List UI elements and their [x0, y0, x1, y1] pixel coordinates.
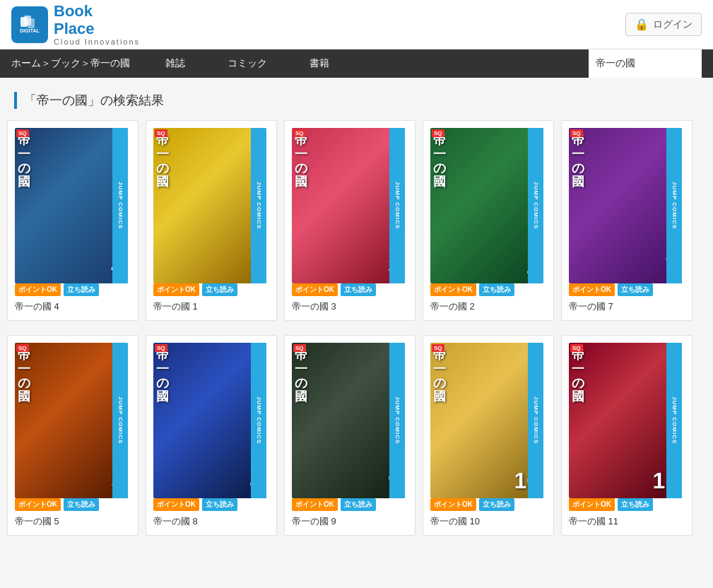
book-title[interactable]: 帝一の國 1 [153, 300, 198, 313]
navbar: ホーム＞ブック＞帝一の國 雑誌 コミック 書籍 [0, 49, 713, 78]
book-cover[interactable]: SQ帝一の國10JUMP COMICS [430, 343, 543, 498]
search-result-text: 「帝一の國」の検索結果 [24, 93, 164, 107]
cover-title: 帝一の國 [572, 348, 584, 404]
svg-rect-3 [28, 18, 35, 28]
book-cover[interactable]: SQ帝一の國1JUMP COMICS [153, 128, 266, 283]
book-cover[interactable]: SQ帝一の國2JUMP COMICS [430, 128, 543, 283]
cover-title: 帝一の國 [18, 134, 30, 189]
logo-icon: DIGITAL [11, 6, 48, 43]
cover-brand-strip: JUMP COMICS [112, 128, 128, 283]
cover-brand-strip: JUMP COMICS [528, 343, 543, 498]
book-cover[interactable]: SQ帝一の國4JUMP COMICS [15, 128, 128, 283]
search-input[interactable] [589, 49, 702, 78]
badge-point: ポイントOK [292, 498, 338, 511]
badge-trial: 立ち読み [64, 498, 99, 511]
book-card: SQ帝一の國10JUMP COMICSポイントOK立ち読み帝一の國 10 [423, 335, 554, 536]
logo-area: DIGITAL Book Place Cloud Innovations [11, 3, 140, 45]
book-title[interactable]: 帝一の國 7 [569, 300, 613, 313]
badge-point: ポイントOK [430, 498, 476, 511]
badge-trial: 立ち読み [479, 283, 514, 296]
cover-title: 帝一の國 [156, 348, 169, 404]
badge-trial: 立ち読み [64, 283, 99, 296]
badge-point: ポイントOK [569, 283, 615, 296]
book-cover[interactable]: SQ帝一の國7JUMP COMICS [569, 128, 682, 283]
book-card: SQ帝一の國8JUMP COMICSポイントOK立ち読み帝一の國 8 [146, 335, 277, 536]
books-row-1: SQ帝一の國4JUMP COMICSポイントOK立ち読み帝一の國 4SQ帝一の國… [7, 120, 706, 321]
badge-trial: 立ち読み [341, 498, 376, 511]
badge-point: ポイントOK [569, 498, 615, 511]
badge-row: ポイントOK立ち読み [292, 283, 376, 296]
book-cover[interactable]: SQ帝一の國3JUMP COMICS [292, 128, 405, 283]
book-cover[interactable]: SQ帝一の國5JUMP COMICS [15, 343, 128, 498]
badge-row: ポイントOK立ち読み [569, 283, 653, 296]
badge-point: ポイントOK [153, 283, 199, 296]
badge-row: ポイントOK立ち読み [430, 283, 514, 296]
cover-brand-strip: JUMP COMICS [251, 128, 266, 283]
badge-trial: 立ち読み [479, 498, 514, 511]
cover-brand-strip: JUMP COMICS [666, 128, 682, 283]
header: DIGITAL Book Place Cloud Innovations 🔒 ロ… [0, 0, 713, 49]
badge-trial: 立ち読み [202, 498, 237, 511]
search-result-heading: 「帝一の國」の検索結果 [14, 92, 699, 109]
book-cover[interactable]: SQ帝一の國8JUMP COMICS [153, 343, 266, 498]
cover-title: 帝一の國 [18, 348, 30, 404]
nav-item-comics[interactable]: コミック [206, 49, 288, 78]
cover-brand-strip: JUMP COMICS [528, 128, 543, 283]
books-grid: SQ帝一の國4JUMP COMICSポイントOK立ち読み帝一の國 4SQ帝一の國… [0, 120, 713, 564]
book-card: SQ帝一の國11JUMP COMICSポイントOK立ち読み帝一の國 11 [561, 335, 693, 536]
book-title[interactable]: 帝一の國 4 [15, 300, 59, 313]
book-title[interactable]: 帝一の國 10 [430, 515, 480, 528]
badge-row: ポイントOK立ち読み [153, 283, 237, 296]
badge-point: ポイントOK [153, 498, 199, 511]
nav-item-magazines[interactable]: 雑誌 [144, 49, 206, 78]
book-title[interactable]: 帝一の國 3 [292, 300, 336, 313]
cover-title: 帝一の國 [572, 134, 584, 189]
book-card: SQ帝一の國7JUMP COMICSポイントOK立ち読み帝一の國 7 [561, 120, 693, 321]
book-title[interactable]: 帝一の國 5 [15, 515, 59, 528]
book-cover[interactable]: SQ帝一の國9JUMP COMICS [292, 343, 405, 498]
logo-subtitle: Cloud Innovations [54, 37, 140, 46]
badge-point: ポイントOK [15, 283, 61, 296]
books-row-2: SQ帝一の國5JUMP COMICSポイントOK立ち読み帝一の國 5SQ帝一の國… [7, 335, 706, 536]
book-cover[interactable]: SQ帝一の國11JUMP COMICS [569, 343, 682, 498]
cover-title: 帝一の國 [433, 134, 446, 189]
book-title[interactable]: 帝一の國 11 [569, 515, 618, 528]
badge-point: ポイントOK [430, 283, 476, 296]
cover-title: 帝一の國 [433, 348, 446, 404]
badge-trial: 立ち読み [341, 283, 376, 296]
badge-row: ポイントOK立ち読み [15, 498, 99, 511]
book-card: SQ帝一の國2JUMP COMICSポイントOK立ち読み帝一の國 2 [423, 120, 554, 321]
badge-row: ポイントOK立ち読み [15, 283, 99, 296]
badge-row: ポイントOK立ち読み [569, 498, 653, 511]
cover-brand-strip: JUMP COMICS [112, 343, 128, 498]
cover-brand-strip: JUMP COMICS [666, 343, 682, 498]
book-card: SQ帝一の國4JUMP COMICSポイントOK立ち読み帝一の國 4 [7, 120, 139, 321]
logo-text-area: Book Place Cloud Innovations [54, 3, 140, 45]
badge-point: ポイントOK [292, 283, 338, 296]
cover-title: 帝一の國 [295, 134, 307, 189]
search-bar[interactable] [589, 49, 702, 78]
login-button[interactable]: 🔒 ログイン [625, 13, 702, 36]
book-card: SQ帝一の國1JUMP COMICSポイントOK立ち読み帝一の國 1 [146, 120, 277, 321]
cover-title: 帝一の國 [156, 134, 169, 189]
book-title[interactable]: 帝一の國 2 [430, 300, 475, 313]
badge-trial: 立ち読み [618, 498, 653, 511]
login-label: ログイン [653, 18, 693, 31]
badge-trial: 立ち読み [202, 283, 237, 296]
book-card: SQ帝一の國3JUMP COMICSポイントOK立ち読み帝一の國 3 [284, 120, 416, 321]
book-card: SQ帝一の國9JUMP COMICSポイントOK立ち読み帝一の國 9 [284, 335, 416, 536]
nav-item-books[interactable]: 書籍 [288, 49, 350, 78]
badge-point: ポイントOK [15, 498, 61, 511]
badge-row: ポイントOK立ち読み [292, 498, 376, 511]
cover-brand-strip: JUMP COMICS [389, 343, 405, 498]
svg-text:DIGITAL: DIGITAL [20, 28, 40, 33]
cover-title: 帝一の國 [295, 348, 307, 404]
cover-brand-strip: JUMP COMICS [251, 343, 266, 498]
book-card: SQ帝一の國5JUMP COMICSポイントOK立ち読み帝一の國 5 [7, 335, 139, 536]
book-title[interactable]: 帝一の國 9 [292, 515, 336, 528]
badge-row: ポイントOK立ち読み [153, 498, 237, 511]
breadcrumb: ホーム＞ブック＞帝一の國 [11, 57, 144, 70]
lock-icon: 🔒 [635, 18, 649, 31]
badge-row: ポイントOK立ち読み [430, 498, 514, 511]
book-title[interactable]: 帝一の國 8 [153, 515, 198, 528]
